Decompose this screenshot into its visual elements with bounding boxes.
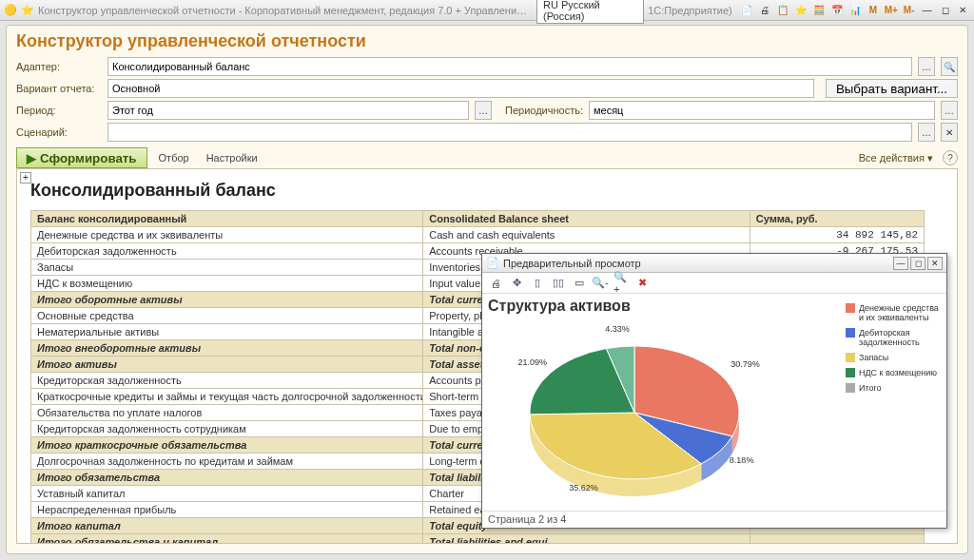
pv-nav-icon[interactable]: ✥: [509, 276, 524, 291]
table-row[interactable]: Итого обязательства и капиталTotal liabi…: [31, 534, 925, 545]
period-input[interactable]: [107, 101, 469, 120]
toolbar-icon-1[interactable]: 📄: [740, 3, 754, 18]
preview-close-icon[interactable]: ✕: [927, 257, 943, 270]
pie-slice-label: 35.62%: [569, 483, 598, 492]
legend-item: Запасы: [846, 353, 943, 362]
chart-area: Структура активов 30.79%8.18%35.62%21.09…: [482, 294, 842, 511]
preview-title: Предварительный просмотр: [503, 258, 641, 269]
run-button[interactable]: ▶Сформировать: [16, 147, 147, 168]
table-row[interactable]: Денежные средства и их эквивалентыCash a…: [31, 227, 925, 243]
period-label: Период:: [16, 105, 102, 116]
preview-max-icon[interactable]: ◻: [910, 257, 925, 270]
preview-titlebar: 📄 Предварительный просмотр — ◻ ✕: [482, 254, 946, 273]
maximize-icon[interactable]: ◻: [938, 3, 952, 18]
help-icon[interactable]: ?: [943, 150, 958, 165]
scenario-dots-button[interactable]: …: [918, 123, 935, 142]
m-button[interactable]: M: [866, 3, 880, 18]
app-icon: 🟡: [4, 4, 17, 17]
window-title: Конструктор управленческой отчетности - …: [38, 5, 533, 16]
pie-slice-label: 4.33%: [605, 324, 630, 334]
chart-legend: Денежные средства и их эквивалентыДебито…: [842, 294, 946, 511]
report-toolbar: ▶Сформировать Отбор Настройки Все действ…: [16, 147, 958, 168]
m-minus-button[interactable]: M-: [902, 3, 916, 18]
preview-toolbar: 🖨 ✥ ▯ ▯▯ ▭ 🔍- 🔍+ ✖: [482, 273, 946, 294]
pv-print-icon[interactable]: 🖨: [488, 276, 503, 291]
pie-chart: [492, 322, 777, 503]
legend-item: Итого: [846, 383, 943, 393]
preview-window: 📄 Предварительный просмотр — ◻ ✕ 🖨 ✥ ▯ ▯…: [481, 253, 947, 529]
preview-doc-icon: 📄: [486, 257, 499, 269]
freq-label: Периодичность:: [505, 105, 583, 116]
col-header-en: Consolidated Balance sheet: [423, 211, 750, 227]
close-icon[interactable]: ✕: [956, 3, 970, 18]
period-dots-button[interactable]: …: [475, 101, 492, 120]
window-titlebar: 🟡 ⭐ Конструктор управленческой отчетност…: [0, 0, 974, 21]
col-header-val: Сумма, руб.: [750, 211, 924, 227]
pv-zoomin-icon[interactable]: 🔍+: [614, 276, 629, 291]
variant-label: Вариант отчета:: [16, 83, 102, 94]
choose-variant-button[interactable]: Выбрать вариант...: [826, 79, 958, 98]
variant-input[interactable]: [107, 79, 814, 98]
calendar-icon[interactable]: 📅: [829, 3, 844, 18]
pie-slice-label: 30.79%: [730, 359, 760, 369]
run-label: Сформировать: [40, 151, 137, 165]
adapter-label: Адаптер:: [16, 61, 102, 72]
chart-title: Структура активов: [488, 298, 842, 315]
adapter-dots-button[interactable]: …: [918, 57, 935, 76]
freq-dots-button[interactable]: …: [941, 101, 958, 120]
page-title: Конструктор управленческой отчетности: [16, 31, 958, 51]
scenario-label: Сценарий:: [16, 126, 102, 138]
all-actions-menu[interactable]: Все действия ▾: [859, 152, 933, 164]
legend-item: Дебиторская задолженность: [846, 328, 943, 347]
minimize-icon[interactable]: —: [920, 3, 934, 18]
report-title: Консолидированный баланс: [30, 181, 957, 201]
pie-slice-label: 21.09%: [517, 357, 547, 367]
settings-tab[interactable]: Настройки: [201, 152, 263, 164]
pv-zoomout-icon[interactable]: 🔍-: [593, 276, 608, 291]
expand-button[interactable]: +: [20, 172, 31, 183]
pv-page1-icon[interactable]: ▯: [530, 276, 545, 291]
toolbar-icon-3[interactable]: 📋: [776, 3, 790, 18]
preview-status: Страница 2 из 4: [482, 511, 946, 528]
pv-fit-icon[interactable]: ▭: [572, 276, 587, 291]
filter-tab[interactable]: Отбор: [153, 152, 195, 164]
scenario-input[interactable]: [107, 123, 912, 142]
app-name: 1С:Предприятие): [648, 5, 732, 16]
play-icon: ▶: [27, 151, 36, 165]
legend-item: Денежные средства и их эквиваленты: [846, 303, 943, 322]
m-plus-button[interactable]: M+: [884, 3, 898, 18]
preview-min-icon[interactable]: —: [893, 257, 908, 270]
print-icon[interactable]: 🖨: [758, 3, 772, 18]
adapter-input[interactable]: [107, 57, 912, 76]
freq-input[interactable]: [589, 101, 935, 120]
pie-slice-label: 8.18%: [730, 455, 754, 465]
toolbar-icon-7[interactable]: 📊: [847, 3, 862, 18]
legend-item: НДС к возмещению: [846, 368, 943, 377]
lang-selector[interactable]: RU Русский (Россия): [536, 0, 644, 24]
pv-page2-icon[interactable]: ▯▯: [551, 276, 566, 291]
calc-icon[interactable]: 🧮: [812, 3, 827, 18]
pv-close-tool-icon[interactable]: ✖: [634, 276, 650, 291]
fav-icon[interactable]: ⭐: [794, 3, 808, 18]
star-icon[interactable]: ⭐: [21, 4, 34, 17]
col-header-ru: Баланс консолидированный: [31, 211, 423, 227]
adapter-search-icon[interactable]: 🔍: [941, 57, 958, 76]
scenario-clear-button[interactable]: ✕: [941, 123, 958, 142]
